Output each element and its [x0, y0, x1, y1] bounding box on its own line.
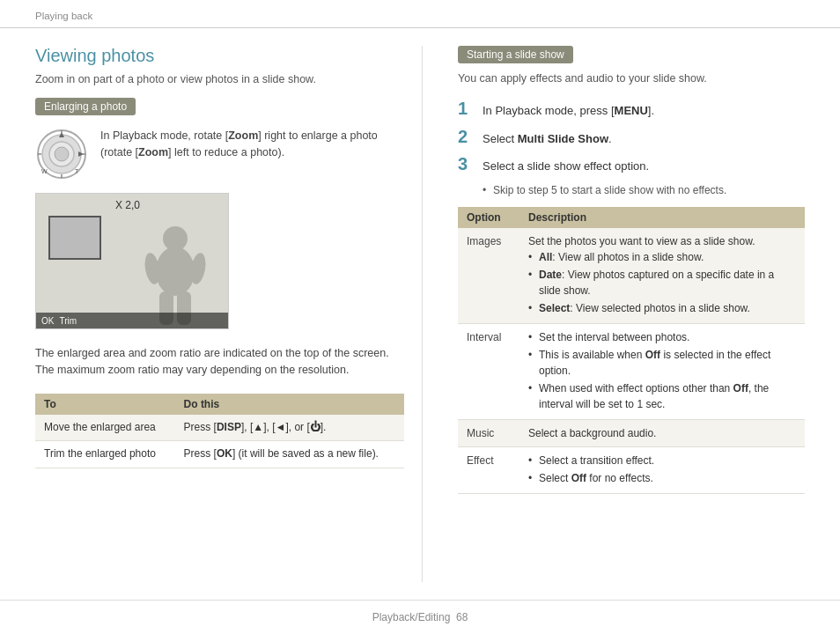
- svg-text:T: T: [75, 168, 79, 174]
- ok-label: OK: [41, 316, 54, 326]
- svg-text:W: W: [41, 168, 48, 174]
- table-row: Images Set the photos you want to view a…: [458, 228, 805, 324]
- zoom-knob-icon: W T: [35, 128, 88, 181]
- step-2-row: 2 Select Multi Slide Show.: [458, 127, 805, 148]
- action-row1-to: Move the enlarged area: [35, 415, 175, 441]
- svg-point-11: [156, 247, 195, 296]
- music-desc: Select a background audio.: [519, 419, 805, 446]
- zoom-bottom-bar: OK Trim: [36, 313, 228, 328]
- interval-desc: Set the interval between photos. This is…: [519, 323, 805, 419]
- zoom-instruction-row: W T In Playback mode, rotate [Zoom] righ…: [35, 128, 404, 181]
- table-row: Music Select a background audio.: [458, 419, 805, 446]
- footer-text: Playback/Editing: [372, 611, 451, 623]
- zoom-image-box: X 2,0 OK: [35, 193, 229, 329]
- effect-desc: Select a transition effect. Select Off f…: [519, 446, 805, 493]
- images-desc: Set the photos you want to view as a sli…: [519, 228, 805, 324]
- images-option: Images: [458, 228, 519, 324]
- zoom-ratio-label: X 2,0: [115, 199, 140, 211]
- zoom-text: In Playback mode, rotate [Zoom] right to…: [100, 128, 404, 161]
- table-row: Trim the enlarged photo Press [OK] (it w…: [35, 441, 404, 468]
- table-row: Interval Set the interval between photos…: [458, 323, 805, 419]
- main-content: Viewing photos Zoom in on part of a phot…: [0, 28, 840, 600]
- step-1-text: In Playback mode, press [MENU].: [483, 102, 654, 120]
- step-1-row: 1 In Playback mode, press [MENU].: [458, 99, 805, 120]
- footer-page-num: 68: [456, 611, 468, 623]
- step-3-row: 3 Select a slide show effect option.: [458, 154, 805, 175]
- action-table-header-to: To: [35, 394, 175, 415]
- page-container: Playing back Viewing photos Zoom in on p…: [0, 0, 840, 634]
- right-column: Starting a slide show You can apply effe…: [449, 46, 805, 582]
- action-row1-do: Press [DISP], [▲], [◄], or [⏻].: [175, 415, 404, 441]
- breadcrumb-text: Playing back: [35, 11, 92, 21]
- svg-point-3: [55, 147, 69, 161]
- section-subtitle: Zoom in on part of a photo or view photo…: [35, 73, 404, 85]
- action-row2-to: Trim the enlarged photo: [35, 441, 175, 468]
- step-2-num: 2: [458, 127, 475, 147]
- trim-label: Trim: [59, 316, 77, 326]
- zoom-inner-rect: [48, 216, 101, 260]
- page-footer: Playback/Editing 68: [0, 600, 840, 634]
- slideshow-badge: Starting a slide show: [458, 46, 573, 63]
- desc-table: Option Description Images Set the photos…: [458, 207, 805, 494]
- breadcrumb: Playing back: [0, 0, 840, 28]
- section-title: Viewing photos: [35, 46, 404, 66]
- enlarging-photo-badge: Enlarging a photo: [35, 98, 136, 115]
- desc-header-option: Option: [458, 207, 519, 228]
- step-3-text: Select a slide show effect option.: [483, 158, 649, 175]
- action-row2-do: Press [OK] (it will be saved as a new fi…: [175, 441, 404, 468]
- step-2-text: Select Multi Slide Show.: [483, 130, 612, 148]
- table-row: Move the enlarged area Press [DISP], [▲]…: [35, 415, 404, 441]
- step-3-num: 3: [458, 154, 475, 174]
- action-table: To Do this Move the enlarged area Press …: [35, 394, 404, 468]
- step-1-num: 1: [458, 99, 475, 119]
- slideshow-subtitle: You can apply effects and audio to your …: [458, 72, 805, 85]
- music-option: Music: [458, 419, 519, 446]
- table-row: Effect Select a transition effect. Selec…: [458, 446, 805, 493]
- action-table-header-do: Do this: [175, 394, 404, 415]
- effect-option: Effect: [458, 446, 519, 493]
- step-3-bullets: Skip to step 5 to start a slide show wit…: [483, 182, 805, 198]
- desc-header-desc: Description: [519, 207, 805, 228]
- left-column: Viewing photos Zoom in on part of a phot…: [35, 46, 423, 582]
- step-3-bullet-1: Skip to step 5 to start a slide show wit…: [483, 182, 805, 198]
- zoom-paragraph: The enlarged area and zoom ratio are ind…: [35, 345, 404, 380]
- interval-option: Interval: [458, 323, 519, 419]
